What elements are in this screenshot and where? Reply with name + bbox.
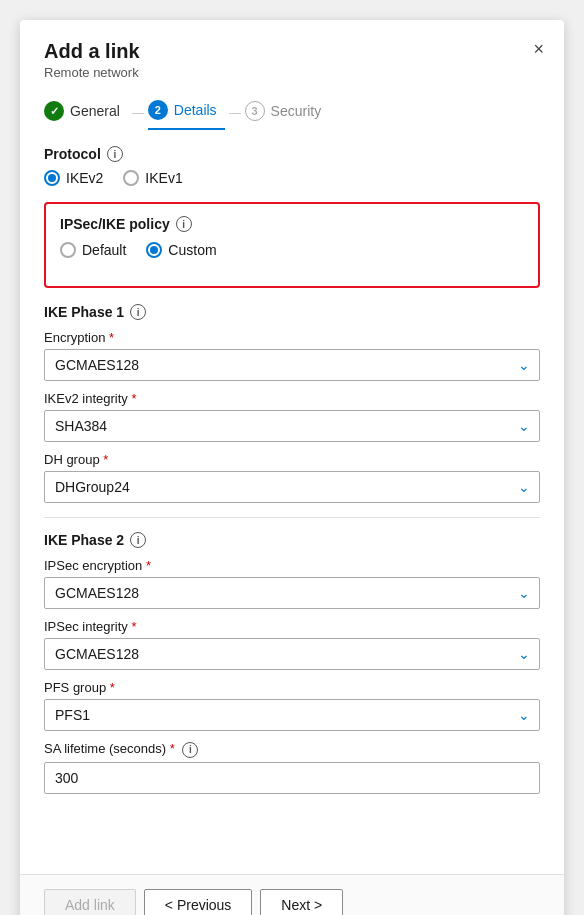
protocol-ikev2-radio[interactable]: [44, 170, 60, 186]
ipsec-encryption-label: IPSec encryption *: [44, 558, 540, 573]
ikev2-integrity-select-wrapper: SHA384 SHA256 SHA1 ⌄: [44, 410, 540, 442]
dh-group-label: DH group *: [44, 452, 540, 467]
step-details-circle: 2: [148, 100, 168, 120]
protocol-info-icon[interactable]: i: [107, 146, 123, 162]
ike-phase1-title: IKE Phase 1 i: [44, 304, 540, 320]
ike-phase1-info-icon[interactable]: i: [130, 304, 146, 320]
ipsec-integrity-select[interactable]: GCMAES128 GCMAES256 SHA256: [44, 638, 540, 670]
step-details-label: Details: [174, 102, 217, 118]
previous-button[interactable]: < Previous: [144, 889, 253, 915]
step-security[interactable]: 3 Security: [245, 97, 330, 129]
ipsec-integrity-select-wrapper: GCMAES128 GCMAES256 SHA256 ⌄: [44, 638, 540, 670]
ipsec-policy-default-radio[interactable]: [60, 242, 76, 258]
step-details[interactable]: 2 Details: [148, 96, 225, 130]
sa-lifetime-field: SA lifetime (seconds) * i: [44, 741, 540, 794]
steps-nav: ✓ General 2 Details 3 Security: [20, 80, 564, 130]
encryption-field: Encryption * GCMAES128 GCMAES256 AES256 …: [44, 330, 540, 381]
ipsec-encryption-select-wrapper: GCMAES128 GCMAES256 AES256 ⌄: [44, 577, 540, 609]
ike-phase2-info-icon[interactable]: i: [130, 532, 146, 548]
encryption-select-wrapper: GCMAES128 GCMAES256 AES256 ⌄: [44, 349, 540, 381]
step-general[interactable]: ✓ General: [44, 97, 128, 129]
dialog-content: Protocol i IKEv2 IKEv1 IPSec/IKE policy …: [20, 130, 564, 874]
ipsec-policy-default-option[interactable]: Default: [60, 242, 126, 258]
step-separator-1: [132, 113, 144, 114]
dh-group-select-wrapper: DHGroup24 DHGroup14 ECP384 ⌄: [44, 471, 540, 503]
ikev2-integrity-field: IKEv2 integrity * SHA384 SHA256 SHA1 ⌄: [44, 391, 540, 442]
step-general-circle: ✓: [44, 101, 64, 121]
dh-group-select[interactable]: DHGroup24 DHGroup14 ECP384: [44, 471, 540, 503]
add-link-dialog: Add a link Remote network × ✓ General 2 …: [20, 20, 564, 915]
sa-lifetime-label: SA lifetime (seconds) * i: [44, 741, 540, 758]
encryption-label: Encryption *: [44, 330, 540, 345]
ike-phase1-section: IKE Phase 1 i Encryption * GCMAES128 GCM…: [44, 304, 540, 503]
protocol-ikev2-label: IKEv2: [66, 170, 103, 186]
step-security-label: Security: [271, 103, 322, 119]
ike-phase2-section: IKE Phase 2 i IPSec encryption * GCMAES1…: [44, 532, 540, 794]
ipsec-policy-label: IPSec/IKE policy i: [60, 216, 524, 232]
ike-phase2-title: IKE Phase 2 i: [44, 532, 540, 548]
sa-lifetime-info-icon[interactable]: i: [182, 742, 198, 758]
ipsec-policy-custom-radio[interactable]: [146, 242, 162, 258]
ipsec-policy-default-label: Default: [82, 242, 126, 258]
dialog-subtitle: Remote network: [44, 65, 540, 80]
ipsec-policy-box: IPSec/IKE policy i Default Custom: [44, 202, 540, 288]
protocol-radio-group: IKEv2 IKEv1: [44, 170, 540, 186]
ipsec-integrity-label: IPSec integrity *: [44, 619, 540, 634]
phase-divider: [44, 517, 540, 518]
ipsec-encryption-field: IPSec encryption * GCMAES128 GCMAES256 A…: [44, 558, 540, 609]
protocol-ikev2-option[interactable]: IKEv2: [44, 170, 103, 186]
dh-group-field: DH group * DHGroup24 DHGroup14 ECP384 ⌄: [44, 452, 540, 503]
pfs-group-field: PFS group * PFS1 PFS2 PFS24 None ⌄: [44, 680, 540, 731]
protocol-ikev1-radio[interactable]: [123, 170, 139, 186]
dialog-header: Add a link Remote network ×: [20, 20, 564, 80]
sa-lifetime-input[interactable]: [44, 762, 540, 794]
ipsec-policy-info-icon[interactable]: i: [176, 216, 192, 232]
pfs-group-select-wrapper: PFS1 PFS2 PFS24 None ⌄: [44, 699, 540, 731]
pfs-group-select[interactable]: PFS1 PFS2 PFS24 None: [44, 699, 540, 731]
ipsec-integrity-field: IPSec integrity * GCMAES128 GCMAES256 SH…: [44, 619, 540, 670]
ipsec-encryption-select[interactable]: GCMAES128 GCMAES256 AES256: [44, 577, 540, 609]
next-button[interactable]: Next >: [260, 889, 343, 915]
ipsec-policy-radio-group: Default Custom: [60, 242, 524, 258]
step-separator-2: [229, 113, 241, 114]
ikev2-integrity-label: IKEv2 integrity *: [44, 391, 540, 406]
pfs-group-label: PFS group *: [44, 680, 540, 695]
add-link-button[interactable]: Add link: [44, 889, 136, 915]
ikev2-integrity-select[interactable]: SHA384 SHA256 SHA1: [44, 410, 540, 442]
protocol-label: Protocol i: [44, 146, 540, 162]
ipsec-policy-custom-label: Custom: [168, 242, 216, 258]
protocol-ikev1-label: IKEv1: [145, 170, 182, 186]
close-button[interactable]: ×: [529, 36, 548, 62]
dialog-title: Add a link: [44, 40, 540, 63]
step-security-circle: 3: [245, 101, 265, 121]
dialog-footer: Add link < Previous Next >: [20, 874, 564, 915]
encryption-select[interactable]: GCMAES128 GCMAES256 AES256: [44, 349, 540, 381]
protocol-ikev1-option[interactable]: IKEv1: [123, 170, 182, 186]
ipsec-policy-custom-option[interactable]: Custom: [146, 242, 216, 258]
step-general-label: General: [70, 103, 120, 119]
